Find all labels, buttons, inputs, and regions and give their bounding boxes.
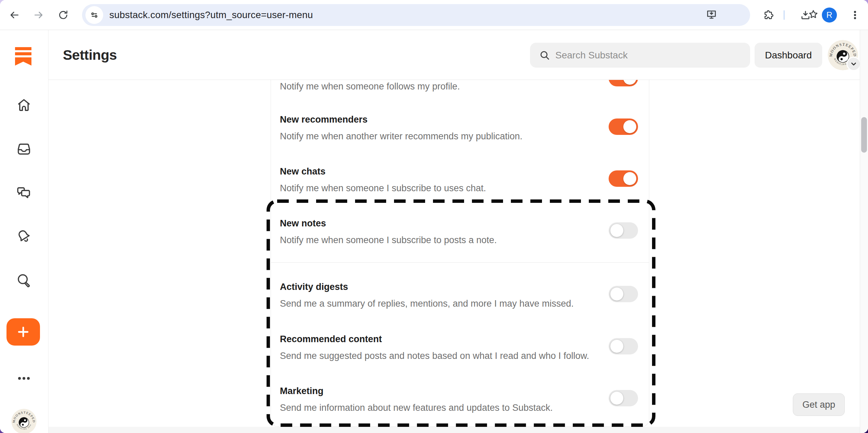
search-bar[interactable] xyxy=(530,43,750,68)
sidebar: MOONSTEEPED MEDICINE TEA xyxy=(0,30,49,433)
user-menu-avatar[interactable]: MOONSTEEPED MEDICINE TEA xyxy=(828,40,858,70)
row-title: New notes xyxy=(280,218,326,229)
more-dots-icon[interactable] xyxy=(15,369,33,387)
toggle-marketing[interactable] xyxy=(609,390,638,406)
toggle-new-chats[interactable] xyxy=(609,170,638,187)
toggle-new-recommenders[interactable] xyxy=(609,118,638,135)
row-description: Notify me when someone I subscribe to po… xyxy=(280,235,497,246)
row-title: New chats xyxy=(280,166,326,177)
toggle-knob xyxy=(610,392,623,405)
substack-app: MOONSTEEPED MEDICINE TEA Settings xyxy=(0,30,868,433)
row-description: Send me a summary of replies, mentions, … xyxy=(280,298,574,309)
row-description: Notify me when someone I subscribe to us… xyxy=(280,183,486,194)
toggle-knob xyxy=(610,288,623,301)
search-input[interactable] xyxy=(555,43,740,68)
dashboard-button[interactable]: Dashboard xyxy=(755,43,822,68)
row-description: Send me information about new features a… xyxy=(280,403,553,413)
home-icon[interactable] xyxy=(15,96,33,114)
settings-content: Notify me when someone follows my profil… xyxy=(49,80,860,433)
row-title: Activity digests xyxy=(280,282,348,292)
compose-plus-button[interactable] xyxy=(6,318,40,346)
search-magnifier-icon xyxy=(539,50,551,61)
chat-icon[interactable] xyxy=(15,184,33,201)
toggle-knob xyxy=(623,80,636,85)
toggle-activity-digests[interactable] xyxy=(609,286,638,302)
chevron-down-icon[interactable] xyxy=(846,57,861,71)
extensions-icon[interactable] xyxy=(762,9,775,21)
notifications-card: Notify me when someone follows my profil… xyxy=(271,80,649,427)
inbox-icon[interactable] xyxy=(15,140,33,158)
search-icon[interactable] xyxy=(15,271,33,289)
substack-logo-icon[interactable] xyxy=(15,47,31,67)
scrollbar-track[interactable] xyxy=(860,30,868,433)
back-icon[interactable] xyxy=(8,9,21,21)
url-text: substack.com/settings?utm_source=user-me… xyxy=(109,10,313,20)
reload-icon[interactable] xyxy=(57,9,69,21)
main-area: Settings Dashboard MOONSTE xyxy=(49,30,860,433)
install-app-icon[interactable] xyxy=(705,8,718,22)
browser-toolbar: substack.com/settings?utm_source=user-me… xyxy=(0,0,868,30)
address-bar[interactable]: substack.com/settings?utm_source=user-me… xyxy=(82,4,750,26)
browser-window: substack.com/settings?utm_source=user-me… xyxy=(0,0,868,433)
section-divider xyxy=(271,262,649,263)
page-background-strip xyxy=(49,427,860,433)
row-title: Marketing xyxy=(280,386,324,396)
browser-profile-avatar[interactable]: R xyxy=(822,8,837,23)
toggle-knob xyxy=(623,172,636,185)
sidebar-publication-avatar[interactable]: MOONSTEEPED MEDICINE TEA xyxy=(11,409,37,433)
row-description: Send me suggested posts and notes based … xyxy=(280,351,589,361)
downloads-icon[interactable] xyxy=(799,9,812,21)
row-title: Recommended content xyxy=(280,334,382,345)
site-settings-icon[interactable] xyxy=(85,6,103,24)
row-description: Notify me when someone follows my profil… xyxy=(280,81,460,92)
activity-bell-icon[interactable] xyxy=(15,227,33,245)
toggle-new-notes[interactable] xyxy=(609,222,638,239)
get-app-button[interactable]: Get app xyxy=(793,393,845,416)
toggle-recommended-content[interactable] xyxy=(609,338,638,354)
row-title: New recommenders xyxy=(280,114,368,125)
row-description: Notify me when another writer recommends… xyxy=(280,131,523,142)
browser-menu-icon[interactable] xyxy=(849,9,861,21)
toggle-knob xyxy=(610,340,623,353)
toggle-knob xyxy=(610,224,623,237)
scrollbar-thumb[interactable] xyxy=(861,117,867,153)
toggle-new-followers[interactable] xyxy=(609,80,638,86)
toggle-knob xyxy=(623,120,636,133)
app-header: Settings Dashboard MOONSTE xyxy=(49,30,860,80)
page-title: Settings xyxy=(63,47,117,63)
toolbar-divider xyxy=(784,10,785,20)
forward-icon[interactable] xyxy=(32,9,45,21)
